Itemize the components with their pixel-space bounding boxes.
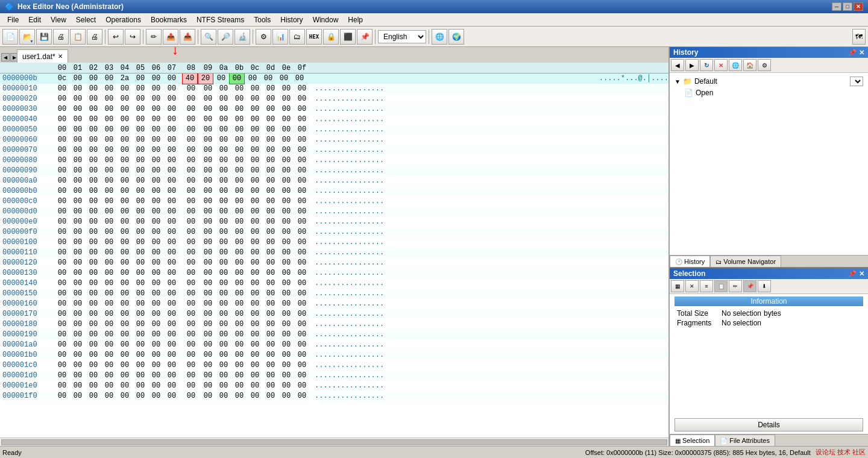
cell-13-3[interactable]: 00 — [101, 207, 117, 217]
cell-11-15[interactable]: 00 — [294, 186, 310, 196]
cell-13-12[interactable]: 00 — [247, 207, 263, 217]
cell-15-6[interactable]: 00 — [148, 227, 164, 237]
cell-1-11[interactable]: 00 — [231, 84, 247, 94]
cell-23-13[interactable]: 00 — [263, 309, 278, 319]
cell-17-10[interactable]: 00 — [216, 248, 231, 258]
cell-22-4[interactable]: 00 — [117, 299, 133, 309]
sel-btn-3[interactable]: ≡ — [700, 280, 713, 292]
cell-27-10[interactable]: 00 — [216, 350, 231, 360]
cell-25-13[interactable]: 00 — [263, 330, 278, 340]
cell-18-3[interactable]: 00 — [101, 258, 117, 268]
cell-27-14[interactable]: 00 — [278, 350, 294, 360]
cell-21-12[interactable]: 00 — [247, 289, 263, 299]
cell-6-15[interactable]: 00 — [294, 135, 310, 145]
cell-3-6[interactable]: 00 — [148, 104, 164, 114]
cell-4-2[interactable]: 00 — [86, 114, 101, 125]
navigate-button[interactable]: 🗂 — [289, 29, 305, 45]
cell-1-10[interactable]: 00 — [216, 84, 231, 94]
cell-29-6[interactable]: 00 — [148, 371, 164, 381]
cell-29-12[interactable]: 00 — [247, 371, 263, 381]
cell-13-7[interactable]: 00 — [164, 207, 180, 217]
cell-23-9[interactable]: 00 — [200, 309, 216, 319]
cell-21-0[interactable]: 00 — [54, 289, 70, 299]
edit-button[interactable]: ✏ — [146, 29, 162, 45]
maximize-button[interactable]: □ — [843, 2, 852, 11]
cell-10-15[interactable]: 00 — [294, 176, 310, 186]
cell-14-12[interactable]: 00 — [247, 217, 263, 227]
cell-0-14[interactable]: 00 — [276, 74, 292, 84]
cell-20-0[interactable]: 00 — [54, 278, 70, 289]
cell-5-7[interactable]: 00 — [164, 125, 180, 135]
cell-26-5[interactable]: 00 — [133, 340, 148, 350]
cell-11-0[interactable]: 00 — [54, 186, 70, 196]
cell-23-5[interactable]: 00 — [133, 309, 148, 319]
cell-9-2[interactable]: 00 — [86, 166, 101, 176]
cell-9-12[interactable]: 00 — [247, 166, 263, 176]
cell-7-14[interactable]: 00 — [278, 145, 294, 155]
cell-22-0[interactable]: 00 — [54, 299, 70, 309]
extra-icon[interactable]: 🗺 — [852, 29, 866, 45]
cell-9-14[interactable]: 00 — [278, 166, 294, 176]
cell-8-3[interactable]: 00 — [101, 155, 117, 166]
cell-25-1[interactable]: 00 — [70, 330, 86, 340]
cell-23-8[interactable]: 00 — [182, 309, 200, 319]
cell-22-5[interactable]: 00 — [133, 299, 148, 309]
cell-1-12[interactable]: 00 — [247, 84, 263, 94]
cell-21-2[interactable]: 00 — [86, 289, 101, 299]
cell-11-1[interactable]: 00 — [70, 186, 86, 196]
cell-24-8[interactable]: 00 — [182, 319, 200, 330]
cell-2-15[interactable]: 00 — [294, 94, 310, 104]
cell-8-0[interactable]: 00 — [54, 155, 70, 166]
cell-13-5[interactable]: 00 — [133, 207, 148, 217]
cell-16-9[interactable]: 00 — [200, 237, 216, 248]
cell-18-12[interactable]: 00 — [247, 258, 263, 268]
cell-18-13[interactable]: 00 — [263, 258, 278, 268]
cell-11-10[interactable]: 00 — [216, 186, 231, 196]
cell-7-5[interactable]: 00 — [133, 145, 148, 155]
cell-23-6[interactable]: 00 — [148, 309, 164, 319]
sel-btn-5[interactable]: ✏ — [729, 280, 742, 292]
cell-31-3[interactable]: 00 — [101, 391, 117, 401]
cell-11-4[interactable]: 00 — [117, 186, 133, 196]
cell-1-3[interactable]: 00 — [101, 84, 117, 94]
cell-4-11[interactable]: 00 — [231, 114, 247, 125]
cell-5-10[interactable]: 00 — [216, 125, 231, 135]
cell-4-14[interactable]: 00 — [278, 114, 294, 125]
hist-back-btn[interactable]: ◀ — [671, 59, 684, 71]
cell-14-5[interactable]: 00 — [133, 217, 148, 227]
cell-21-6[interactable]: 00 — [148, 289, 164, 299]
cell-20-10[interactable]: 00 — [216, 278, 231, 289]
cell-15-1[interactable]: 00 — [70, 227, 86, 237]
cell-24-1[interactable]: 00 — [70, 319, 86, 330]
cell-5-11[interactable]: 00 — [231, 125, 247, 135]
cell-14-10[interactable]: 00 — [216, 217, 231, 227]
cell-31-5[interactable]: 00 — [133, 391, 148, 401]
history-close-icon[interactable]: ✕ — [859, 49, 864, 57]
language-selector[interactable]: English — [378, 30, 426, 43]
cell-4-8[interactable]: 00 — [182, 114, 200, 125]
cell-27-1[interactable]: 00 — [70, 350, 86, 360]
cell-11-3[interactable]: 00 — [101, 186, 117, 196]
cell-7-3[interactable]: 00 — [101, 145, 117, 155]
sel-btn-1[interactable]: ▦ — [671, 280, 684, 292]
hist-stop-btn[interactable]: ✕ — [714, 59, 728, 71]
cell-17-9[interactable]: 00 — [200, 248, 216, 258]
cell-17-5[interactable]: 00 — [133, 248, 148, 258]
cell-0-7[interactable]: 00 — [164, 74, 180, 84]
cell-13-14[interactable]: 00 — [278, 207, 294, 217]
cell-8-14[interactable]: 00 — [278, 155, 294, 166]
cell-8-8[interactable]: 00 — [182, 155, 200, 166]
cell-7-0[interactable]: 00 — [54, 145, 70, 155]
cell-7-12[interactable]: 00 — [247, 145, 263, 155]
cell-9-1[interactable]: 00 — [70, 166, 86, 176]
cell-6-14[interactable]: 00 — [278, 135, 294, 145]
cell-28-14[interactable]: 00 — [278, 360, 294, 371]
menu-item-edit[interactable]: Edit — [24, 14, 46, 25]
hex-button[interactable]: HEX — [306, 29, 322, 45]
cell-11-9[interactable]: 00 — [200, 186, 216, 196]
cell-30-14[interactable]: 00 — [278, 381, 294, 391]
cell-17-2[interactable]: 00 — [86, 248, 101, 258]
cell-14-3[interactable]: 00 — [101, 217, 117, 227]
tab-user1[interactable]: user1.dat* ✕ — [17, 49, 68, 63]
cell-13-9[interactable]: 00 — [200, 207, 216, 217]
